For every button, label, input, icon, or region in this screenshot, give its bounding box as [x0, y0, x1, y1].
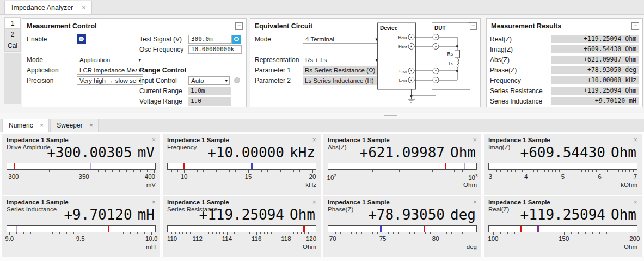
result-row: Frequency+10.00000 kHz [490, 75, 639, 86]
result-row: Abs(Z)+621.09987 Ohm [490, 54, 639, 65]
ec-mode-label: Mode [255, 35, 303, 43]
mode-label: Mode [27, 56, 77, 64]
tile-value: +9.70120mH [64, 207, 155, 223]
gauge-axis-labels: 102103 [328, 173, 477, 180]
dut-label: DUT [434, 25, 446, 31]
gauge-bar [167, 225, 316, 232]
gauge-axis-labels: 101520 [167, 173, 316, 180]
tile-field-label: Abs(Z) [328, 144, 347, 150]
tile-close-icon[interactable]: × [312, 199, 316, 205]
gauge-marker [520, 226, 522, 232]
ec-mode-select[interactable]: 4 Terminal ▾ [303, 35, 380, 44]
gauge-axis-label: 7 [634, 173, 637, 180]
gauge-marker [464, 163, 465, 169]
gauge-axis-label: 75 [379, 235, 387, 242]
tile-value: +119.25094Ohm [520, 207, 636, 223]
tile-close-icon[interactable]: × [312, 137, 316, 143]
tab-close-icon[interactable]: × [89, 123, 94, 128]
splitter-grip-icon[interactable] [384, 115, 397, 117]
tile-close-icon[interactable]: × [633, 199, 637, 205]
gauge-axis-label: 200 [629, 235, 640, 242]
gauge-bar [488, 163, 637, 170]
application-label: Application [27, 66, 77, 74]
gauge-axis-label: 102 [327, 173, 336, 181]
result-label: Abs(Z) [490, 56, 551, 64]
tab-sweeper[interactable]: Sweeper× [50, 119, 99, 132]
gauge-marker [380, 226, 382, 232]
tile-value: +10.00000kHz [207, 144, 315, 161]
collapse-button[interactable]: − [631, 22, 639, 30]
window-tab-bar: Impedance Analyzer × [0, 0, 644, 15]
gauge-bar [488, 225, 637, 232]
splitter[interactable] [0, 113, 644, 119]
gauge-axis-labels: 707580 [328, 235, 477, 242]
tile-title: Impedance 1 Sample [328, 199, 390, 205]
result-value: +119.25094 Ohm [551, 35, 639, 43]
tile-field-label: Imag(Z) [488, 144, 510, 150]
enable-toggle[interactable] [77, 34, 86, 44]
gauge-axis-unit: mV [7, 181, 156, 188]
gauge-axis-label: 103 [468, 173, 477, 181]
tab-close-icon[interactable]: × [82, 5, 86, 10]
tile-value: +300.00305mV [47, 144, 155, 161]
gauge-axis-label: 10 [181, 173, 188, 180]
gauge-axis-unit: Ohm [167, 244, 316, 250]
gauge-axis-label: 110 [167, 235, 177, 242]
result-value: +78.93050 deg [551, 66, 639, 74]
equivalent-circuit-panel: Equivalent Circuit − Mode 4 Terminal ▾ R… [250, 18, 481, 107]
gauge-axis-label: 70 [329, 235, 336, 242]
tab-impedance-analyzer[interactable]: Impedance Analyzer × [4, 1, 92, 14]
gauge-axis-labels: 100150200 [488, 235, 637, 242]
tile-close-icon[interactable]: × [151, 199, 156, 205]
gauge-axis-label: 3 [489, 173, 492, 180]
tile-gauge: 300350400 mV [7, 163, 156, 188]
dropdown-arrow-icon: ▾ [225, 78, 228, 83]
result-label: Imag(Z) [490, 46, 551, 53]
input-control-select[interactable]: Auto ▾ [188, 76, 230, 85]
representation-select[interactable]: Rs + Ls ▾ [303, 56, 380, 64]
gauge-axis-label: 120 [306, 235, 316, 242]
test-signal-label: Test Signal (V) [139, 35, 188, 43]
current-range-value: 1.0m [188, 87, 231, 95]
gauge-axis-label: 15 [245, 173, 252, 180]
test-signal-auto-button[interactable] [232, 35, 241, 44]
gauge-axis-label: 100 [488, 235, 498, 242]
parameter2-value: Ls Series Inductance (H) [303, 76, 380, 85]
mode-select[interactable]: Application ▾ [77, 56, 143, 64]
sidebar-item-cal[interactable]: Cal [4, 40, 21, 52]
sidebar-item-1[interactable]: 1 [4, 17, 21, 29]
circuit-diagram: Device DUT HCUR HPOT LPOT LCUR Rs Ls [377, 21, 476, 106]
tile-title: Impedance 1 Sample [488, 137, 550, 143]
gauge-axis-label: 116 [252, 235, 261, 242]
tile-field-label: Frequency [167, 144, 197, 150]
tab-close-icon[interactable]: × [40, 123, 44, 128]
impedance-analyzer-app: Impedance Analyzer × 12Cal Measurement C… [0, 0, 644, 257]
result-label: Real(Z) [490, 35, 551, 43]
tile-title: Impedance 1 Sample [488, 199, 550, 205]
precision-select[interactable]: Very high → slow settlir ▾ [77, 76, 143, 85]
tile-close-icon[interactable]: × [633, 137, 637, 143]
rs-label: Rs [447, 51, 453, 57]
collapse-button[interactable]: − [235, 22, 243, 30]
tab-numeric[interactable]: Numeric× [2, 119, 49, 132]
enable-toggle-dot-icon [79, 37, 84, 41]
tile-field-label: Real(Z) [488, 206, 509, 213]
numeric-tile: Impedance 1 Sample × Real(Z) +119.25094O… [484, 196, 642, 257]
analyzer-settings-area: 12Cal Measurement Control − Enable Mode … [0, 15, 644, 113]
tile-close-icon[interactable]: × [473, 199, 477, 205]
gauge-axis-label: 150 [559, 235, 569, 242]
sidebar-item-2[interactable]: 2 [4, 29, 21, 40]
result-label: Frequency [490, 77, 551, 84]
instrument-sidebar: 12Cal [4, 17, 21, 104]
tile-field-label: Phase(Z) [328, 206, 353, 213]
range-control-title: Range Control [139, 66, 186, 74]
result-label: Series Resistance [490, 87, 551, 95]
current-range-label: Current Range [139, 87, 188, 95]
application-select[interactable]: LCR Impedance Measu ▾ [77, 66, 143, 75]
tile-close-icon[interactable]: × [473, 137, 477, 143]
gauge-bar [328, 163, 477, 170]
test-signal-input[interactable]: 300.0m [188, 35, 232, 44]
precision-label: Precision [27, 77, 77, 84]
osc-frequency-input[interactable]: 10.00000000k [188, 45, 242, 54]
tile-close-icon[interactable]: × [151, 137, 156, 143]
